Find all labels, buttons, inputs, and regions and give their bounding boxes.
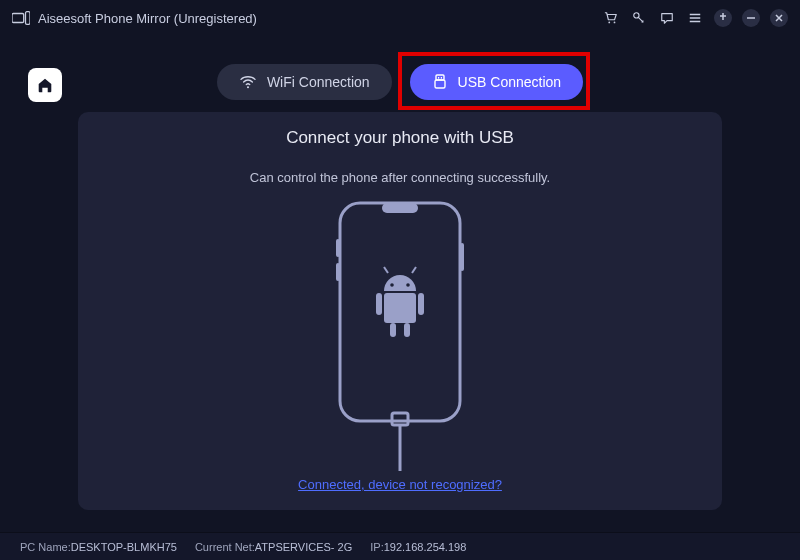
cart-icon[interactable] bbox=[602, 9, 620, 27]
svg-point-2 bbox=[608, 22, 610, 24]
svg-rect-21 bbox=[418, 293, 424, 315]
tab-usb-label: USB Connection bbox=[458, 74, 562, 90]
device-not-recognized-link[interactable]: Connected, device not recognized? bbox=[298, 477, 502, 492]
titlebar: Aiseesoft Phone Mirror (Unregistered) bbox=[0, 0, 800, 36]
panel-subtitle: Can control the phone after connecting s… bbox=[250, 170, 550, 185]
status-pc-name: PC Name:DESKTOP-BLMKH75 bbox=[20, 541, 177, 553]
feedback-icon[interactable] bbox=[658, 9, 676, 27]
phone-usb-icon bbox=[312, 199, 488, 471]
svg-rect-24 bbox=[392, 413, 408, 425]
connection-tabs: WiFi Connection USB Connection bbox=[0, 64, 800, 100]
svg-rect-1 bbox=[26, 12, 31, 25]
tab-usb-connection[interactable]: USB Connection bbox=[410, 64, 584, 100]
menu-icon[interactable] bbox=[686, 9, 704, 27]
tab-wifi-connection[interactable]: WiFi Connection bbox=[217, 64, 392, 100]
svg-point-15 bbox=[390, 283, 394, 287]
status-ip: IP:192.168.254.198 bbox=[370, 541, 466, 553]
status-current-net: Current Net:ATPSERVICES- 2G bbox=[195, 541, 352, 553]
svg-point-5 bbox=[247, 86, 249, 88]
svg-rect-13 bbox=[460, 243, 464, 271]
svg-rect-0 bbox=[12, 14, 24, 23]
window-controls bbox=[602, 9, 788, 27]
usb-icon bbox=[432, 74, 448, 90]
main-panel: Connect your phone with USB Can control … bbox=[78, 112, 722, 510]
svg-rect-23 bbox=[404, 323, 410, 337]
svg-rect-11 bbox=[336, 239, 340, 257]
svg-point-16 bbox=[406, 283, 410, 287]
wifi-icon bbox=[239, 75, 257, 89]
statusbar: PC Name:DESKTOP-BLMKH75 Current Net:ATPS… bbox=[0, 532, 800, 560]
svg-rect-8 bbox=[440, 77, 441, 79]
phone-illustration bbox=[312, 199, 488, 471]
app-title: Aiseesoft Phone Mirror (Unregistered) bbox=[38, 11, 257, 26]
panel-title: Connect your phone with USB bbox=[286, 128, 514, 148]
svg-rect-6 bbox=[436, 75, 444, 80]
tab-wifi-label: WiFi Connection bbox=[267, 74, 370, 90]
svg-rect-20 bbox=[376, 293, 382, 315]
svg-rect-7 bbox=[438, 77, 439, 79]
svg-rect-22 bbox=[390, 323, 396, 337]
minimize-button[interactable] bbox=[742, 9, 760, 27]
svg-line-18 bbox=[412, 267, 416, 273]
close-button[interactable] bbox=[770, 9, 788, 27]
svg-rect-14 bbox=[382, 203, 418, 213]
app-logo-icon bbox=[12, 11, 30, 25]
key-icon[interactable] bbox=[630, 9, 648, 27]
pin-icon[interactable] bbox=[714, 9, 732, 27]
svg-point-3 bbox=[614, 22, 616, 24]
svg-rect-12 bbox=[336, 263, 340, 281]
svg-rect-19 bbox=[384, 293, 416, 323]
svg-rect-9 bbox=[435, 80, 445, 88]
svg-line-17 bbox=[384, 267, 388, 273]
